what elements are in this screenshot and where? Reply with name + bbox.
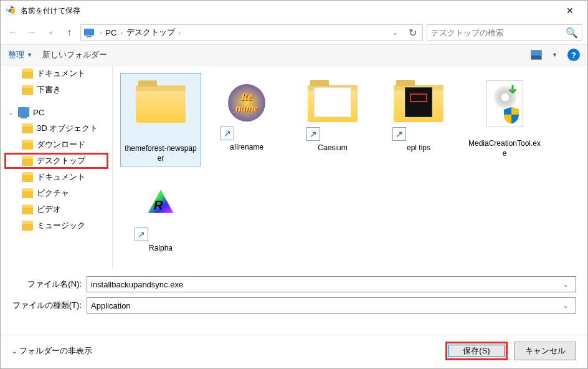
sidebar-item-label: ドキュメント <box>37 68 85 79</box>
sidebar-item-label: デスクトップ <box>37 155 85 166</box>
toolbar: 整理 ▼ 新しいフォルダー ▼ ? <box>1 44 587 65</box>
svg-text:R: R <box>154 198 163 212</box>
folder-icon <box>130 85 192 141</box>
sidebar-item-downloads[interactable]: ダウンロード <box>1 137 112 153</box>
file-name: epl tips <box>381 143 457 153</box>
hide-folders-toggle[interactable]: ⌄フォルダーの非表示 <box>12 345 92 357</box>
help-button[interactable]: ? <box>567 49 580 61</box>
exe-icon <box>473 80 536 137</box>
search-input[interactable] <box>431 28 566 37</box>
address-dropdown[interactable]: ⌄ <box>387 25 402 40</box>
filename-input[interactable] <box>91 280 559 289</box>
shortcut-icon: ↗ <box>135 228 148 241</box>
back-button[interactable]: ← <box>6 25 21 40</box>
file-item[interactable]: ↗ Caesium <box>292 73 373 166</box>
file-grid[interactable]: themeforest-newspaper Rename ↗ aIIrename… <box>113 65 587 270</box>
search-icon[interactable]: 🔍 <box>566 27 578 39</box>
sidebar-item-label: ピクチャ <box>37 188 69 199</box>
sidebar: ドキュメント 下書き ⌄PC 3D オブジェクト ダウンロード デスクトップ ド… <box>1 65 113 270</box>
sidebar-item-pc[interactable]: ⌄PC <box>1 104 112 120</box>
file-name: themeforest-newspaper <box>123 144 198 163</box>
sidebar-item-label: ドキュメント <box>37 171 85 183</box>
cancel-button[interactable]: キャンセル <box>514 342 576 360</box>
navbar: ← → ▾ ↑ › PC › デスクトップ › ⌄ ↻ 🔍 <box>1 21 587 44</box>
folder-icon <box>22 69 33 79</box>
refresh-button[interactable]: ↻ <box>405 25 420 40</box>
shortcut-icon: ↗ <box>392 127 406 141</box>
sidebar-item-label: 3D オブジェクト <box>37 123 98 134</box>
folder-icon <box>22 123 33 133</box>
folder-icon <box>22 188 33 198</box>
shortcut-icon: ↗ <box>306 127 320 141</box>
organize-button[interactable]: 整理 ▼ <box>8 49 32 60</box>
sidebar-item-drafts[interactable]: 下書き <box>1 82 112 98</box>
breadcrumb-pc[interactable]: PC <box>103 28 119 37</box>
folder-icon: ↗ <box>301 85 364 141</box>
chevron-right-icon: › <box>98 29 103 36</box>
view-icon[interactable] <box>531 50 542 60</box>
file-item[interactable]: ↗ epl tips <box>378 73 459 166</box>
recent-dropdown[interactable]: ▾ <box>43 25 58 40</box>
chevron-down-icon: ▼ <box>27 52 32 58</box>
sidebar-item-documents[interactable]: ドキュメント <box>1 65 112 82</box>
sidebar-item-pictures[interactable]: ピクチャ <box>1 185 112 201</box>
sidebar-item-label: 下書き <box>37 84 61 95</box>
file-item[interactable]: R ↗ Ralpha <box>120 171 201 256</box>
pc-icon <box>18 107 29 117</box>
chevron-down-icon: ⌄ <box>12 348 17 355</box>
sidebar-item-label: ビデオ <box>37 204 61 215</box>
main-area: ドキュメント 下書き ⌄PC 3D オブジェクト ダウンロード デスクトップ ド… <box>1 65 587 270</box>
file-name: aIIrename <box>209 143 285 153</box>
filename-label: ファイル名(N): <box>12 279 87 290</box>
sidebar-item-3dobjects[interactable]: 3D オブジェクト <box>1 120 112 137</box>
folder-icon <box>22 172 33 182</box>
search-box[interactable]: 🔍 <box>427 24 582 41</box>
folder-icon <box>22 140 33 150</box>
file-item[interactable]: MediaCreationTool.exe <box>464 73 545 166</box>
svg-rect-2 <box>84 29 94 36</box>
forward-button[interactable]: → <box>24 25 39 40</box>
folder-icon: ↗ <box>387 85 450 141</box>
save-button-highlight: 保存(S) <box>445 342 508 360</box>
new-folder-button[interactable]: 新しいフォルダー <box>42 49 107 60</box>
file-item[interactable]: themeforest-newspaper <box>120 73 201 166</box>
chrome-icon <box>6 6 16 16</box>
folder-icon <box>22 85 33 95</box>
chevron-right-icon: › <box>178 29 182 36</box>
sidebar-item-label: ダウンロード <box>37 139 85 150</box>
sidebar-item-label: PC <box>33 108 44 117</box>
folder-icon <box>22 221 33 231</box>
chevron-down-icon: ⌄ <box>8 109 14 116</box>
folder-icon <box>22 204 33 214</box>
window-title: 名前を付けて保存 <box>21 6 557 16</box>
file-item[interactable]: Rename ↗ aIIrename <box>206 73 287 166</box>
close-button[interactable]: ✕ <box>557 6 582 16</box>
folder-icon <box>22 156 33 166</box>
app-icon: Rename ↗ <box>216 84 278 140</box>
sidebar-item-desktop[interactable]: デスクトップ <box>4 153 108 169</box>
sidebar-item-videos[interactable]: ビデオ <box>1 201 112 218</box>
titlebar: 名前を付けて保存 ✕ <box>1 1 587 21</box>
footer: ⌄フォルダーの非表示 保存(S) キャンセル <box>1 335 587 369</box>
sidebar-item-music[interactable]: ミュージック <box>1 218 112 234</box>
filetype-value: Application <box>91 301 559 310</box>
shortcut-icon: ↗ <box>220 127 234 140</box>
form-panel: ファイル名(N): ⌄ ファイルの種類(T): Application ⌄ <box>1 270 587 322</box>
file-name: Ralpha <box>123 244 199 254</box>
app-icon: R ↗ <box>130 185 192 241</box>
filename-dropdown[interactable]: ⌄ <box>559 281 572 288</box>
chevron-right-icon: › <box>119 29 123 36</box>
breadcrumb-desktop[interactable]: デスクトップ <box>124 27 178 38</box>
filename-field[interactable]: ⌄ <box>87 276 576 292</box>
svg-rect-3 <box>87 36 92 37</box>
filetype-field[interactable]: Application ⌄ <box>87 297 576 314</box>
sidebar-item-documents2[interactable]: ドキュメント <box>1 169 112 185</box>
up-button[interactable]: ↑ <box>62 25 77 40</box>
file-name: Caesium <box>295 143 371 153</box>
address-bar[interactable]: › PC › デスクトップ › ⌄ ↻ <box>80 24 423 41</box>
sidebar-item-label: ミュージック <box>37 220 85 231</box>
file-name: MediaCreationTool.exe <box>467 139 543 158</box>
view-dropdown[interactable]: ▼ <box>552 52 557 58</box>
save-button[interactable]: 保存(S) <box>448 345 505 357</box>
filetype-dropdown[interactable]: ⌄ <box>559 302 572 309</box>
